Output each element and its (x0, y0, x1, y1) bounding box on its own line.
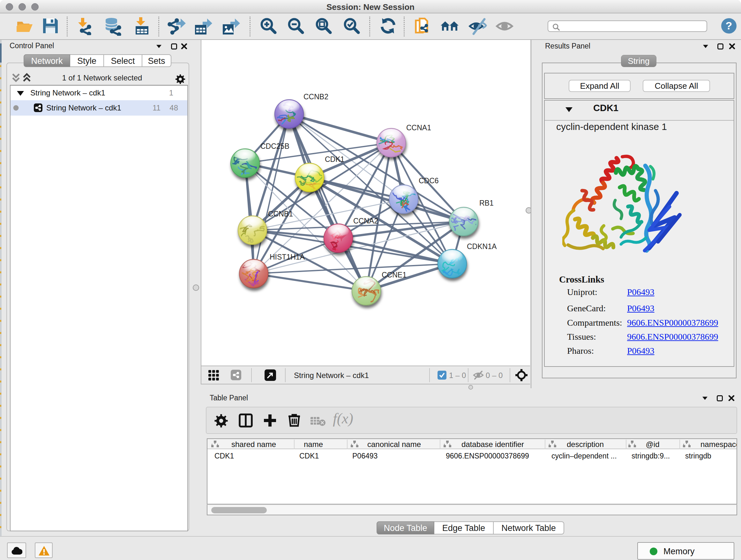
svg-text:CDC6: CDC6 (419, 177, 439, 185)
svg-text:CCNA2: CCNA2 (353, 217, 378, 225)
svg-text:CCNB2: CCNB2 (304, 92, 328, 101)
svg-text:CDK1: CDK1 (325, 155, 344, 164)
svg-text:CDKN1A: CDKN1A (467, 242, 497, 251)
svg-text:HIST1H1A: HIST1H1A (270, 253, 305, 261)
svg-text:CCNE1: CCNE1 (382, 271, 407, 279)
svg-text:CCNB1: CCNB1 (268, 210, 293, 218)
svg-text:?: ? (726, 19, 732, 32)
svg-text:CCNA1: CCNA1 (406, 124, 431, 132)
svg-text:CDC25B: CDC25B (260, 142, 289, 150)
svg-text:RB1: RB1 (479, 199, 494, 207)
